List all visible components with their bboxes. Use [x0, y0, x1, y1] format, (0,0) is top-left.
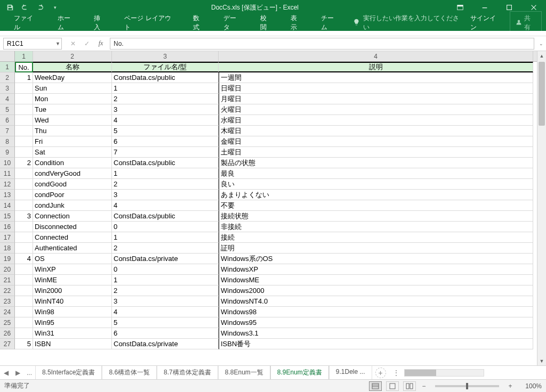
cell[interactable]: あまりよくない [219, 190, 533, 200]
cell[interactable]: ISBN番号 [219, 339, 533, 349]
row-header[interactable]: 10 [0, 158, 15, 168]
select-all-corner[interactable] [0, 51, 15, 61]
cell[interactable] [15, 136, 33, 147]
cell[interactable]: 金曜日 [219, 136, 533, 147]
scroll-thumb[interactable] [539, 62, 545, 126]
cell[interactable]: 4 [112, 200, 219, 211]
row-header[interactable]: 7 [0, 126, 15, 136]
view-normal-icon[interactable] [369, 381, 382, 391]
cell[interactable] [15, 307, 33, 317]
cell[interactable]: Disconnected [33, 222, 112, 232]
cell[interactable] [15, 168, 33, 179]
cell[interactable]: 4 [112, 115, 219, 126]
cancel-formula-icon[interactable]: ✕ [67, 40, 79, 47]
cell[interactable] [15, 190, 33, 200]
cell[interactable]: 1 [112, 232, 219, 243]
cell[interactable]: Connected [33, 232, 112, 243]
fx-icon[interactable]: fx [95, 39, 107, 47]
cell[interactable]: 非接続 [219, 222, 533, 232]
cell[interactable] [15, 147, 33, 158]
cell[interactable] [15, 94, 33, 104]
cell[interactable]: Connection [33, 211, 112, 222]
cell[interactable]: Authenticated [33, 243, 112, 254]
cell[interactable] [15, 222, 33, 232]
cell[interactable]: Windows2000 [219, 285, 533, 296]
cell[interactable]: Sat [33, 147, 112, 158]
cell[interactable]: 2 [112, 243, 219, 254]
tab-scroll-left-icon[interactable]: ◀ [0, 369, 12, 377]
cell[interactable]: 2 [112, 94, 219, 104]
col-header-4[interactable]: 4 [219, 51, 533, 61]
cell[interactable]: Windows95 [219, 317, 533, 328]
enter-formula-icon[interactable]: ✓ [81, 40, 93, 47]
cell[interactable] [15, 275, 33, 285]
cell[interactable]: 名称 [33, 62, 112, 72]
row-header[interactable]: 8 [0, 136, 15, 147]
cell[interactable]: WindowsNT4.0 [219, 296, 533, 307]
cell[interactable]: 3 [112, 190, 219, 200]
scroll-down-icon[interactable]: ▼ [537, 356, 546, 365]
cell[interactable]: Fri [33, 136, 112, 147]
cell[interactable]: 1 [112, 83, 219, 94]
cell[interactable]: 日曜日 [219, 83, 533, 94]
cell[interactable]: Windows3.1 [219, 328, 533, 339]
zoom-in-button[interactable]: + [507, 382, 514, 390]
cell[interactable]: 3 [112, 296, 219, 307]
cell[interactable]: WindowsME [219, 275, 533, 285]
zoom-out-button[interactable]: − [420, 382, 428, 390]
cell[interactable]: No. [15, 62, 33, 72]
row-header[interactable]: 27 [0, 339, 15, 349]
cell[interactable]: 2 [112, 179, 219, 190]
cell[interactable] [15, 126, 33, 136]
cell[interactable]: Win2000 [33, 285, 112, 296]
row-header[interactable]: 9 [0, 147, 15, 158]
cell[interactable] [15, 179, 33, 190]
cell[interactable]: 土曜日 [219, 147, 533, 158]
cell[interactable]: 水曜日 [219, 115, 533, 126]
grid[interactable]: 1 2 3 4 1No.名称ファイル名/型説明21WeekDayConstDat… [0, 51, 537, 365]
cell[interactable]: Tue [33, 104, 112, 115]
cell[interactable] [15, 296, 33, 307]
cell[interactable]: condJunk [33, 200, 112, 211]
sheet-tab[interactable]: 8.9Enum定義書 [270, 366, 329, 380]
cell[interactable] [15, 285, 33, 296]
cell[interactable]: ConstData.cs/private [112, 339, 219, 349]
cell[interactable] [15, 317, 33, 328]
cell[interactable]: 火曜日 [219, 104, 533, 115]
sheet-tab[interactable]: 9.1Dele ... [329, 366, 372, 380]
cell[interactable]: 接続状態 [219, 211, 533, 222]
cell[interactable]: 1 [15, 72, 33, 83]
row-header[interactable]: 4 [0, 94, 15, 104]
cell[interactable]: Sun [33, 83, 112, 94]
cell[interactable]: 7 [112, 147, 219, 158]
row-header[interactable]: 25 [0, 317, 15, 328]
cell[interactable]: Condition [33, 158, 112, 168]
cell[interactable] [15, 83, 33, 94]
cell[interactable]: ConstData.cs/public [112, 211, 219, 222]
cell[interactable] [15, 115, 33, 126]
cell[interactable]: 3 [15, 211, 33, 222]
row-header[interactable]: 12 [0, 179, 15, 190]
cell[interactable]: 説明 [219, 62, 533, 72]
cell[interactable] [15, 232, 33, 243]
cell[interactable]: 4 [112, 307, 219, 317]
row-header[interactable]: 23 [0, 296, 15, 307]
view-pagelayout-icon[interactable] [386, 381, 399, 391]
cell[interactable] [15, 200, 33, 211]
cell[interactable]: 3 [112, 104, 219, 115]
cell[interactable] [15, 104, 33, 115]
cell[interactable]: condGood [33, 179, 112, 190]
row-header[interactable]: 2 [0, 72, 15, 83]
cell[interactable]: 0 [112, 222, 219, 232]
cell[interactable]: WinNT40 [33, 296, 112, 307]
cell[interactable]: 一週間 [219, 72, 533, 83]
cell[interactable]: 不要 [219, 200, 533, 211]
cell[interactable]: 良い [219, 179, 533, 190]
row-header[interactable]: 20 [0, 264, 15, 275]
cell[interactable]: 製品の状態 [219, 158, 533, 168]
formula-input[interactable]: No. [110, 38, 534, 50]
col-header-1[interactable]: 1 [15, 51, 33, 61]
row-header[interactable]: 3 [0, 83, 15, 94]
cell[interactable]: OS [33, 254, 112, 264]
cell[interactable]: Wed [33, 115, 112, 126]
